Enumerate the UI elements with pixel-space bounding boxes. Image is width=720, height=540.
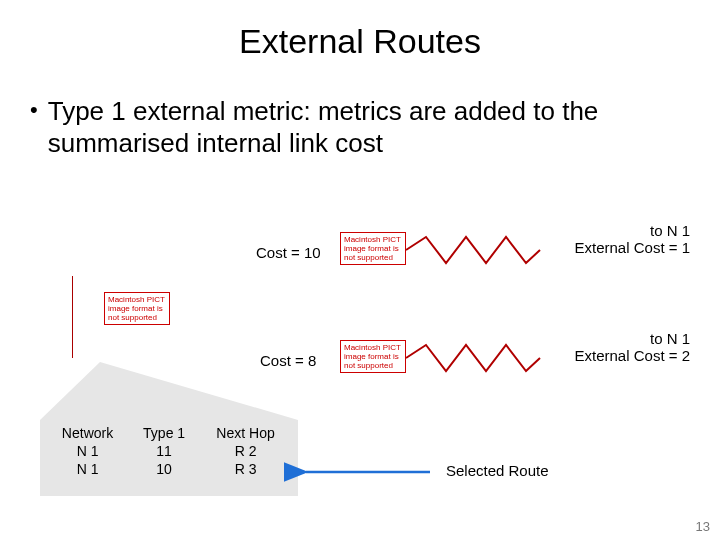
ext-bottom-line1: to N 1 [530, 330, 690, 347]
bullet-dot-icon: • [30, 95, 38, 125]
page-number: 13 [696, 519, 710, 534]
external-cost-top: to N 1 External Cost = 1 [530, 222, 690, 256]
table-header-network: Network [46, 424, 129, 442]
cell-nexthop: R 2 [199, 442, 292, 460]
pict-error-box: Macintosh PICT image format is not suppo… [340, 340, 406, 373]
cell-network: N 1 [46, 442, 129, 460]
table-header-row: Network Type 1 Next Hop [46, 424, 292, 442]
cost-label-bottom: Cost = 8 [260, 352, 316, 369]
ext-bottom-line2: External Cost = 2 [530, 347, 690, 364]
bullet-text: Type 1 external metric: metrics are adde… [48, 95, 684, 159]
table-header-type1: Type 1 [129, 424, 199, 442]
table-row: N 1 11 R 2 [46, 442, 292, 460]
selected-route-label: Selected Route [446, 462, 549, 479]
cell-nexthop: R 3 [199, 460, 292, 478]
bullet-item: • Type 1 external metric: metrics are ad… [0, 95, 720, 159]
routing-table: Network Type 1 Next Hop N 1 11 R 2 N 1 1… [40, 420, 298, 486]
cost-label-top: Cost = 10 [256, 244, 321, 261]
table-row: N 1 10 R 3 [46, 460, 292, 478]
cell-type1: 10 [129, 460, 199, 478]
ext-top-line2: External Cost = 1 [530, 239, 690, 256]
external-cost-bottom: to N 1 External Cost = 2 [530, 330, 690, 364]
table-header-nexthop: Next Hop [199, 424, 292, 442]
ext-top-line1: to N 1 [530, 222, 690, 239]
slide-title: External Routes [0, 22, 720, 61]
pict-error-box: Macintosh PICT image format is not suppo… [340, 232, 406, 265]
cell-network: N 1 [46, 460, 129, 478]
cell-type1: 11 [129, 442, 199, 460]
